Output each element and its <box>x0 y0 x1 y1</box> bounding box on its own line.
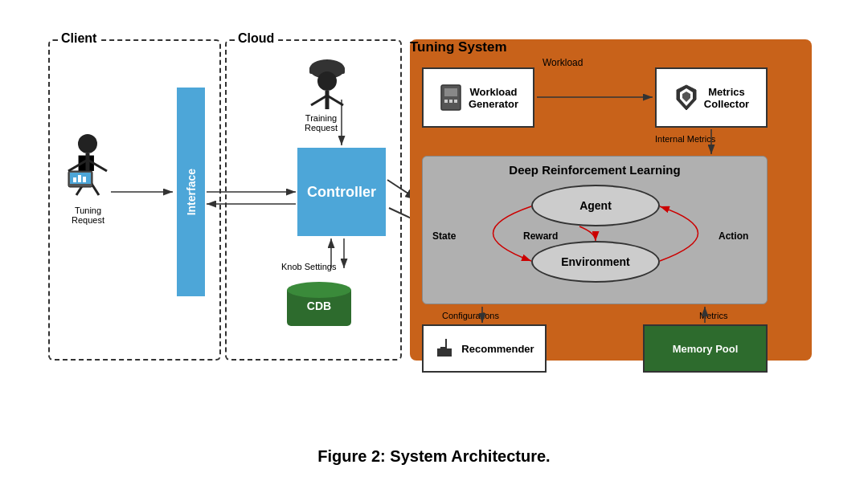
workload-generator-icon <box>438 84 464 112</box>
controller-text: Controller <box>307 184 376 201</box>
tuning-system-label: Tuning System <box>410 39 812 55</box>
svg-rect-40 <box>437 348 440 357</box>
memory-pool-text: Memory Pool <box>673 343 739 355</box>
svg-rect-24 <box>83 177 86 182</box>
training-request-label: Training Request <box>295 113 347 132</box>
svg-rect-34 <box>449 100 452 103</box>
configurations-label: Configurations <box>442 311 499 320</box>
interface-text: Interface <box>185 169 198 215</box>
memory-pool-box: Memory Pool <box>643 324 768 373</box>
metrics-label: Metrics <box>699 311 727 320</box>
workload-label: Workload <box>542 57 583 68</box>
drl-box: Deep Reinforcement Learning Agent Enviro… <box>422 156 768 304</box>
knob-settings-label: Knob Settings <box>281 262 337 271</box>
svg-point-27 <box>317 71 337 91</box>
svg-rect-32 <box>444 88 457 96</box>
client-label: Client <box>58 31 100 46</box>
metrics-collector-icon <box>674 84 699 112</box>
workload-generator-box: WorkloadGenerator <box>422 67 534 128</box>
recommender-text: Recommender <box>461 343 534 355</box>
svg-rect-22 <box>73 177 76 182</box>
drl-arrows <box>423 157 768 305</box>
cloud-label: Cloud <box>235 31 277 46</box>
svg-point-14 <box>78 134 97 153</box>
cdb-container: CDB <box>283 282 355 330</box>
admin-icon <box>303 53 351 113</box>
svg-line-29 <box>311 96 327 105</box>
tuning-request-label: Tuning Request <box>58 206 118 225</box>
cdb-top <box>287 282 351 298</box>
workload-generator-text: WorkloadGenerator <box>469 86 518 110</box>
tuning-system-section: Tuning System WorkloadGenerator Workload… <box>410 39 812 361</box>
svg-line-17 <box>88 160 107 171</box>
recommender-box: Recommender <box>422 324 547 373</box>
svg-line-30 <box>327 96 343 105</box>
cdb-cylinder: CDB <box>287 282 351 330</box>
svg-rect-35 <box>454 100 457 103</box>
svg-rect-23 <box>78 175 81 182</box>
figure-caption: Figure 2: System Architecture. <box>317 447 550 466</box>
controller-box: Controller <box>297 148 386 236</box>
metrics-collector-text: MetricsCollector <box>704 86 749 110</box>
svg-line-16 <box>68 160 88 171</box>
interface-bar: Interface <box>177 88 205 296</box>
svg-rect-33 <box>444 100 448 103</box>
person-laptop-icon <box>62 129 114 202</box>
thumbsup-icon <box>434 337 457 360</box>
internal-metrics-label: Internal Metrics <box>655 134 715 144</box>
metrics-collector-box: MetricsCollector <box>655 67 768 128</box>
cdb-label: CDB <box>287 300 351 312</box>
